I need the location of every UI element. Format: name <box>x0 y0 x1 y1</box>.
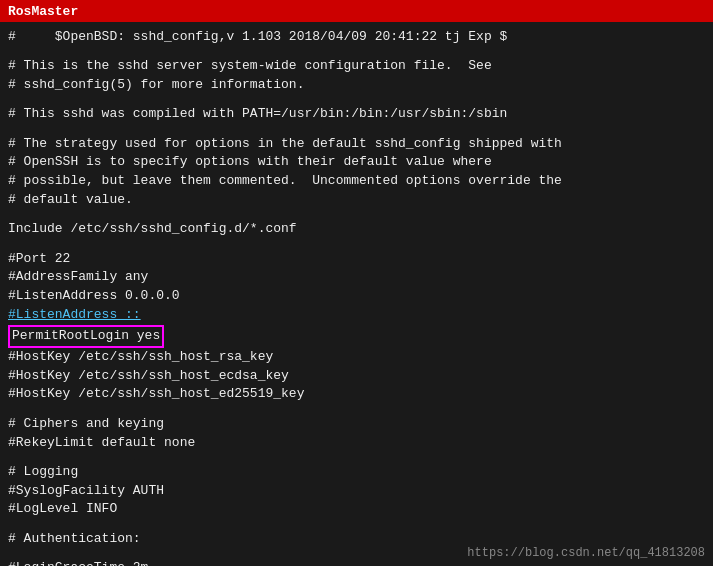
highlight-box: PermitRootLogin yes <box>8 325 164 348</box>
terminal-line: # default value. <box>8 191 705 210</box>
terminal-line: # Ciphers and keying <box>8 415 705 434</box>
terminal-line: Include /etc/ssh/sshd_config.d/*.conf <box>8 220 705 239</box>
terminal-line: # possible, but leave them commented. Un… <box>8 172 705 191</box>
terminal-line: PermitRootLogin yes <box>8 325 705 348</box>
terminal-line: # sshd_config(5) for more information. <box>8 76 705 95</box>
terminal-line <box>8 519 705 529</box>
terminal: # $OpenBSD: sshd_config,v 1.103 2018/04/… <box>0 22 713 566</box>
terminal-line: # This is the sshd server system-wide co… <box>8 57 705 76</box>
terminal-line <box>8 404 705 414</box>
terminal-line: #ListenAddress 0.0.0.0 <box>8 287 705 306</box>
terminal-line: #Port 22 <box>8 250 705 269</box>
terminal-line: #HostKey /etc/ssh/ssh_host_ecdsa_key <box>8 367 705 386</box>
terminal-line <box>8 47 705 57</box>
terminal-line <box>8 95 705 105</box>
underline-text: #ListenAddress :: <box>8 307 141 322</box>
terminal-line: #RekeyLimit default none <box>8 434 705 453</box>
terminal-line <box>8 124 705 134</box>
terminal-line: #LogLevel INFO <box>8 500 705 519</box>
terminal-line: # Logging <box>8 463 705 482</box>
terminal-line: #SyslogFacility AUTH <box>8 482 705 501</box>
terminal-line: #ListenAddress :: <box>8 306 705 325</box>
terminal-line: #AddressFamily any <box>8 268 705 287</box>
terminal-line <box>8 239 705 249</box>
terminal-line: # OpenSSH is to specify options with the… <box>8 153 705 172</box>
terminal-line <box>8 452 705 462</box>
terminal-line: # The strategy used for options in the d… <box>8 135 705 154</box>
terminal-line <box>8 210 705 220</box>
title-bar-text: RosMaster <box>8 4 78 19</box>
title-bar: RosMaster <box>0 0 713 22</box>
watermark: https://blog.csdn.net/qq_41813208 <box>467 546 705 560</box>
terminal-line: # $OpenBSD: sshd_config,v 1.103 2018/04/… <box>8 28 705 47</box>
terminal-line: # This sshd was compiled with PATH=/usr/… <box>8 105 705 124</box>
terminal-line: #HostKey /etc/ssh/ssh_host_rsa_key <box>8 348 705 367</box>
terminal-line: #HostKey /etc/ssh/ssh_host_ed25519_key <box>8 385 705 404</box>
